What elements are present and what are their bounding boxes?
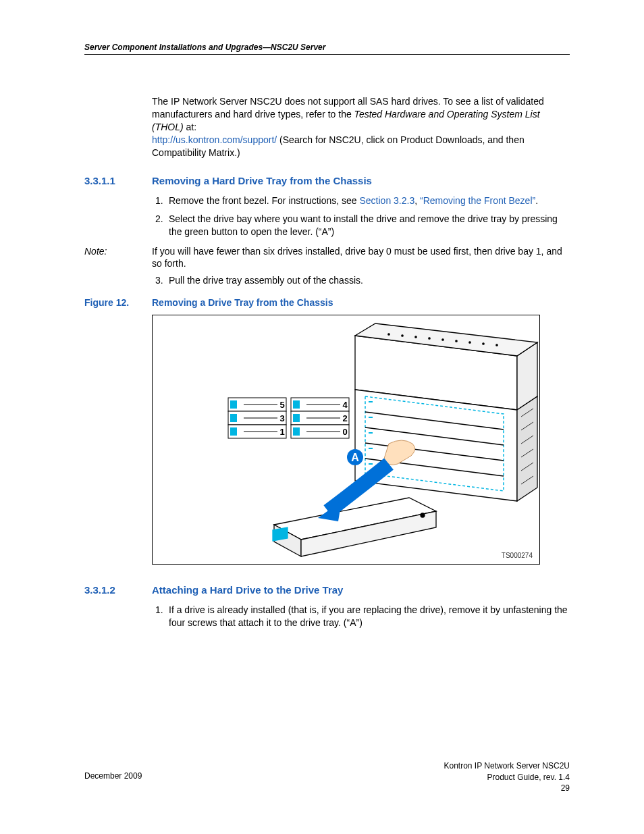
section-title: Removing a Hard Drive Tray from the Chas… [152, 174, 372, 188]
callout-a: A [347, 449, 363, 465]
step-marker: 1. [155, 604, 169, 629]
intro-text-b: at: [184, 122, 196, 132]
section-heading-3311: 3.3.1.1 Removing a Hard Drive Tray from … [84, 174, 570, 188]
figure-title: Removing a Drive Tray from the Chassis [152, 296, 333, 309]
bay-label-0: 0 [342, 427, 347, 437]
footer-date: December 2009 [84, 771, 142, 781]
step-1: 1. Remove the front bezel. For instructi… [155, 194, 570, 207]
svg-point-5 [456, 340, 457, 342]
figure-12: 5 3 1 4 2 0 [152, 315, 540, 565]
svg-point-4 [442, 339, 444, 340]
support-link[interactable]: http://us.kontron.com/support/ [152, 134, 277, 145]
svg-point-7 [483, 343, 484, 344]
step1-post: . [535, 195, 538, 206]
footer-product: Kontron IP Network Server NSC2U [84, 760, 570, 771]
svg-rect-37 [293, 414, 300, 422]
bay-label-3: 3 [279, 413, 284, 423]
svg-rect-27 [230, 400, 237, 409]
bay-label-5: 5 [279, 400, 284, 410]
svg-text:A: A [351, 452, 359, 463]
header-rule [84, 54, 570, 55]
step2-text: Select the drive bay where you want to i… [169, 213, 570, 238]
svg-point-0 [388, 334, 390, 335]
step1-pre: Remove the front bezel. For instructions… [169, 195, 359, 206]
step3-text: Pull the drive tray assembly out of the … [169, 274, 570, 287]
section-number: 3.3.1.1 [84, 174, 152, 188]
figure-id: TS000274 [502, 551, 533, 561]
step1-attach-text: If a drive is already installed (that is… [169, 604, 570, 629]
svg-point-6 [469, 342, 471, 343]
step1-mid: , [414, 195, 420, 206]
note-label: Note: [84, 245, 152, 271]
svg-rect-29 [230, 427, 237, 436]
bay-label-1: 1 [279, 427, 284, 437]
section-number: 3.3.1.2 [84, 583, 152, 597]
bay-label-4: 4 [342, 400, 348, 410]
footer-page: 29 [84, 783, 570, 793]
step-3: 3. Pull the drive tray assembly out of t… [155, 274, 570, 287]
section-heading-3312: 3.3.1.2 Attaching a Hard Drive to the Dr… [84, 583, 570, 597]
bay-label-2: 2 [342, 413, 347, 423]
svg-point-8 [496, 344, 498, 346]
svg-point-1 [402, 335, 403, 336]
intro-paragraph: The IP Network Server NSC2U does not sup… [152, 95, 570, 159]
svg-rect-38 [293, 427, 300, 436]
svg-point-2 [415, 336, 417, 338]
svg-point-3 [429, 338, 430, 339]
footer-guide: Product Guide, rev. 1.4 [84, 772, 570, 783]
svg-point-42 [421, 513, 425, 517]
svg-rect-28 [230, 414, 237, 422]
page-footer: Kontron IP Network Server NSC2U Product … [84, 760, 570, 793]
step-1-attach: 1. If a drive is already installed (that… [155, 604, 570, 629]
step-2: 2. Select the drive bay where you want t… [155, 213, 570, 238]
note-body: If you will have fewer than six drives i… [152, 245, 570, 271]
svg-rect-36 [293, 400, 300, 409]
running-header: Server Component Installations and Upgra… [84, 42, 570, 53]
step-marker: 1. [155, 194, 169, 207]
section-title: Attaching a Hard Drive to the Drive Tray [152, 583, 343, 597]
bezel-ref-link[interactable]: “Removing the Front Bezel” [420, 195, 535, 206]
step-marker: 3. [155, 274, 169, 287]
section-ref-link[interactable]: Section 3.2.3 [359, 195, 414, 206]
step-marker: 2. [155, 213, 169, 238]
figure-number: Figure 12. [84, 296, 152, 309]
